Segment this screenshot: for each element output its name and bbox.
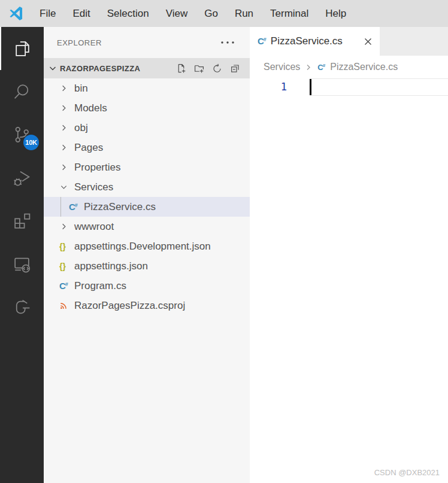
tree-item-obj[interactable]: obj xyxy=(44,118,250,138)
run-and-debug-icon xyxy=(12,168,32,188)
code-line-1: 1 xyxy=(250,78,448,96)
tree-item-services[interactable]: Services xyxy=(44,177,250,197)
chevron-down-icon xyxy=(48,63,57,73)
csharp-file-icon: C# xyxy=(69,202,82,212)
refresh-icon[interactable] xyxy=(212,63,222,74)
csproj-file-icon xyxy=(59,301,72,310)
files-icon xyxy=(13,39,32,59)
current-line-highlight xyxy=(310,78,448,96)
indent-guide xyxy=(60,197,61,217)
breadcrumb: Services C# PizzaService.cs xyxy=(250,56,448,78)
folder-section-header[interactable]: RAZORPAGESPIZZA xyxy=(44,58,250,78)
json-file-icon: {} xyxy=(59,242,72,251)
csharp-file-icon: C# xyxy=(317,62,325,72)
tree-item-pages[interactable]: Pages xyxy=(44,138,250,157)
breadcrumb-file[interactable]: PizzaService.cs xyxy=(330,62,398,72)
tree-item-program-cs[interactable]: C# Program.cs xyxy=(44,276,250,296)
activity-bar: 10K xyxy=(0,27,44,483)
code-editor[interactable]: 1 CSDN @DXB2021 xyxy=(250,78,448,483)
close-icon[interactable] xyxy=(362,36,374,47)
new-folder-icon[interactable] xyxy=(194,63,204,74)
menu-run[interactable]: Run xyxy=(226,0,262,27)
tab-bar: C# PizzaService.cs xyxy=(250,27,448,56)
text-cursor xyxy=(310,79,311,95)
tree-item-appsettings-development-json[interactable]: {} appsettings.Development.json xyxy=(44,236,250,256)
chevron-right-icon xyxy=(59,84,72,93)
chevron-right-icon xyxy=(59,123,72,132)
remote-explorer-icon xyxy=(12,254,32,274)
activity-custom-extension[interactable] xyxy=(0,285,44,329)
menu-bar: File Edit Selection View Go Run Terminal… xyxy=(0,0,448,27)
tree-item-razorpagespizza-csproj[interactable]: RazorPagesPizza.csproj xyxy=(44,296,250,315)
explorer-header: EXPLORER xyxy=(44,27,250,58)
tab-title: PizzaService.cs xyxy=(271,35,343,47)
menu-terminal[interactable]: Terminal xyxy=(262,0,317,27)
tree-item-properties[interactable]: Properties xyxy=(44,157,250,177)
more-actions-icon[interactable] xyxy=(220,40,235,45)
menu-edit[interactable]: Edit xyxy=(64,0,98,27)
tree-item-appsettings-json[interactable]: {} appsettings.json xyxy=(44,256,250,276)
tab-pizzaservice-cs[interactable]: C# PizzaService.cs xyxy=(250,27,380,56)
section-actions xyxy=(176,63,240,74)
tree-item-models[interactable]: Models xyxy=(44,98,250,118)
workspace-name: RAZORPAGESPIZZA xyxy=(60,64,140,73)
line-number: 1 xyxy=(250,78,287,96)
menu-go[interactable]: Go xyxy=(196,0,226,27)
activity-run-debug[interactable] xyxy=(0,156,44,199)
chevron-down-icon xyxy=(59,183,72,192)
csharp-file-icon: C# xyxy=(59,281,72,291)
vscode-logo-icon xyxy=(8,5,24,22)
vscode-window: File Edit Selection View Go Run Terminal… xyxy=(0,0,448,483)
collapse-folders-icon[interactable] xyxy=(230,63,240,74)
menu-selection[interactable]: Selection xyxy=(99,0,158,27)
activity-remote-explorer[interactable] xyxy=(0,242,44,285)
menu-file[interactable]: File xyxy=(31,0,64,27)
extensions-icon xyxy=(12,211,32,231)
menu-items: File Edit Selection View Go Run Terminal… xyxy=(31,0,355,27)
source-control-badge: 10K xyxy=(23,135,39,150)
explorer-sidebar: EXPLORER RAZORPAGESPIZZA xyxy=(44,27,250,483)
tree-item-wwwroot[interactable]: wwwroot xyxy=(44,217,250,236)
chevron-right-icon xyxy=(305,64,312,71)
tree-item-pizzaservice-cs[interactable]: C# PizzaService.cs xyxy=(44,197,250,217)
tree-item-bin[interactable]: bin xyxy=(44,78,250,98)
activity-extensions[interactable] xyxy=(0,199,44,242)
search-icon xyxy=(12,82,32,102)
file-tree: bin Models obj Pages Properties xyxy=(44,78,250,483)
json-file-icon: {} xyxy=(59,262,72,271)
explorer-title: EXPLORER xyxy=(57,38,102,47)
editor-group: C# PizzaService.cs Services C# PizzaServ… xyxy=(250,27,448,483)
menu-help[interactable]: Help xyxy=(317,0,355,27)
activity-search[interactable] xyxy=(0,70,44,113)
chevron-right-icon xyxy=(59,163,72,172)
breadcrumb-folder[interactable]: Services xyxy=(264,62,300,72)
custom-extension-icon xyxy=(12,297,32,317)
chevron-right-icon xyxy=(59,222,72,231)
chevron-right-icon xyxy=(59,143,72,152)
activity-source-control[interactable]: 10K xyxy=(0,113,44,156)
menu-view[interactable]: View xyxy=(158,0,196,27)
csharp-file-icon: C# xyxy=(258,37,266,46)
new-file-icon[interactable] xyxy=(176,63,186,74)
watermark-text: CSDN @DXB2021 xyxy=(374,468,440,477)
chevron-right-icon xyxy=(59,104,72,113)
activity-explorer[interactable] xyxy=(0,27,44,70)
